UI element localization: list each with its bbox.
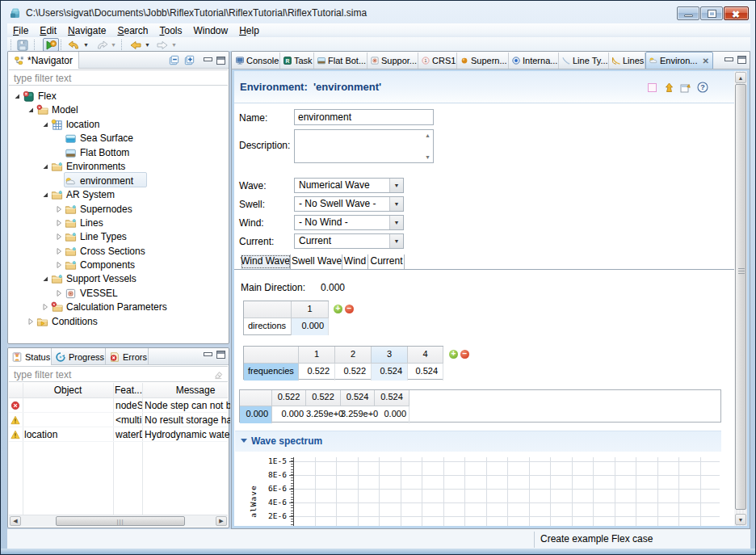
frequencies-cell[interactable]: 0.524 [408,364,443,381]
tree-item-model[interactable]: Model [27,103,78,117]
tree-item-sea-surface[interactable]: Sea Surface [55,131,133,145]
maximize-editor-button[interactable] [737,56,746,64]
expander-expanded-icon[interactable] [41,162,49,170]
menu-file[interactable]: File [7,23,34,38]
subtab-swell-wave[interactable]: Swell Wave [292,254,342,269]
add-frequency-button[interactable]: + [449,350,458,359]
menu-navigate[interactable]: Navigate [62,23,111,38]
back-button[interactable]: ▼ [128,38,150,52]
current-dropdown-icon[interactable]: ▼ [389,234,403,248]
editor-tab-console[interactable]: Console [233,53,280,69]
pink-square-icon[interactable] [648,83,657,92]
scroll-down-icon[interactable]: ▼ [425,154,430,160]
status-row-2[interactable]: <multi No result storage ha [9,413,228,427]
expand-all-button[interactable] [183,54,195,66]
expander-collapsed-icon[interactable] [55,289,63,297]
menu-window[interactable]: Window [188,23,234,38]
remove-direction-button[interactable]: − [345,305,354,313]
redo-dropdown-icon[interactable]: ▼ [111,42,116,48]
wave-combo[interactable]: Numerical Wave ▼ [294,178,404,193]
tree-item-lines[interactable]: Lines [55,216,103,230]
wave-spectrum-section[interactable]: Wave spectrum [235,431,721,452]
undo-dropdown-icon[interactable]: ▼ [83,42,89,48]
frequencies-row-header[interactable]: frequencies [244,364,299,381]
column-header-feature[interactable]: Feat... [114,385,143,396]
editor-vertical-scrollbar[interactable]: ▲ ▼ [734,71,747,526]
matrix-row-header[interactable]: 0.000 [240,406,272,423]
wave-dropdown-icon[interactable]: ▼ [389,179,403,192]
forward-button[interactable]: ▼ [155,38,177,52]
frequencies-col-header[interactable]: 4 [408,347,443,364]
maximize-view-button[interactable] [216,351,225,359]
maximize-view-button[interactable] [216,57,225,65]
status-filter-input[interactable]: type filter text [9,366,228,382]
scroll-left-button[interactable]: ◀ [10,516,21,526]
editor-tab-environment[interactable]: Environ... ✕ [645,52,713,69]
minimize-editor-button[interactable] [724,57,733,64]
menu-tools[interactable]: Tools [153,23,187,38]
tree-item-location[interactable]: location [41,117,99,132]
close-button[interactable]: ✖ [724,6,749,20]
matrix-cell[interactable]: 3.259e+0 [341,406,375,423]
tree-item-ar-system[interactable]: AR System [41,187,115,202]
open-new-editor-icon[interactable] [680,82,691,93]
frequencies-col-header-selected[interactable]: 3 [372,347,408,364]
expander-expanded-icon[interactable] [41,120,49,128]
editor-tab-supernodes[interactable]: Supern... [457,53,509,69]
matrix-col-header[interactable]: 0.522 [306,390,341,406]
scroll-right-button[interactable]: ▶ [216,516,227,526]
wind-combo[interactable]: - No Wind - ▼ [294,215,404,230]
frequencies-cell[interactable]: 0.522 [335,364,372,381]
description-input[interactable]: ▲ ▼ [294,129,434,163]
tab-errors[interactable]: Errors [106,348,149,365]
editor-tab-line-types[interactable]: Line Ty... [559,53,609,69]
help-icon[interactable]: ? [697,82,708,93]
column-header-object[interactable]: Object [22,385,114,396]
promote-arrow-icon[interactable] [664,82,674,93]
back-dropdown-icon[interactable]: ▼ [145,42,150,48]
scroll-up-icon[interactable]: ▲ [425,132,430,138]
frequencies-col-header[interactable]: 1 [299,347,335,364]
expander-collapsed-icon[interactable] [55,233,63,241]
expander-expanded-icon[interactable] [13,92,21,100]
editor-tab-support[interactable]: Suppor... [368,53,418,69]
frequencies-cell[interactable]: 0.522 [299,364,335,381]
tree-item-environment[interactable]: environment [55,174,133,188]
redo-button[interactable]: ▼ [94,38,116,52]
expander-collapsed-icon[interactable] [55,261,63,269]
tree-item-flat-bottom[interactable]: Flat Bottom [55,145,129,160]
directions-col-header[interactable]: 1 [292,301,329,318]
run-flex-button[interactable] [43,38,59,52]
editor-tab-internal[interactable]: Interna... [509,53,559,69]
minimize-button[interactable] [677,6,699,20]
minimize-view-button[interactable] [204,57,212,64]
tab-navigator[interactable]: *Navigator [8,52,79,69]
scroll-down-button[interactable]: ▼ [735,514,746,525]
matrix-col-header[interactable]: 0.522 [272,390,306,406]
expander-collapsed-icon[interactable] [27,317,35,326]
tab-progress[interactable]: Progress [52,348,106,365]
matrix-col-header[interactable]: 0.524 [375,390,410,406]
wind-dropdown-icon[interactable]: ▼ [389,216,403,229]
maximize-button[interactable] [700,6,723,20]
collapse-all-button[interactable] [168,54,180,66]
status-row-1[interactable]: nodeSt Node step can not b [9,398,228,413]
matrix-col-header[interactable]: 0.524 [341,390,375,406]
swell-dropdown-icon[interactable]: ▼ [389,197,403,211]
expander-expanded-icon[interactable] [27,106,35,114]
tree-item-conditions[interactable]: Conditions [27,314,98,329]
save-button[interactable] [16,38,29,52]
close-tab-icon[interactable]: ✕ [702,57,708,65]
menu-edit[interactable]: Edit [34,23,62,38]
subtab-current[interactable]: Current [369,254,405,269]
editor-tab-task[interactable]: Task [280,53,314,69]
tree-item-supernodes[interactable]: Supernodes [55,202,132,217]
tree-item-line-types[interactable]: Line Types [55,229,127,244]
frequencies-cell-selected[interactable]: 0.524 [372,364,408,381]
menu-help[interactable]: Help [233,23,265,38]
horizontal-scrollbar[interactable]: ◀ ▶ ||| [9,515,228,527]
subtab-wind-wave[interactable]: Wind Wave [241,254,291,269]
scrollbar-thumb[interactable] [735,84,746,510]
add-direction-button[interactable]: + [334,305,342,313]
name-input[interactable]: environment [294,109,434,125]
